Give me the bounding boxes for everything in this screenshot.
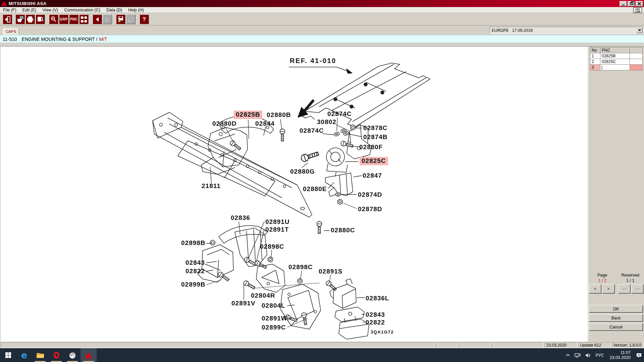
part-label[interactable]: 02891W bbox=[262, 315, 287, 322]
part-label[interactable]: 02878D bbox=[358, 206, 382, 213]
part-label[interactable]: 02804L bbox=[262, 302, 285, 309]
file-explorer-icon bbox=[36, 352, 44, 359]
part-label[interactable]: 02843 bbox=[366, 311, 385, 318]
col-header-reserved bbox=[630, 48, 643, 53]
reserved-value: 1 / 1 bbox=[616, 278, 644, 283]
tray-chevron-up-icon[interactable] bbox=[566, 354, 570, 357]
right-panel: No PNC 1 02825B 2 02825C 3 Page bbox=[588, 47, 644, 342]
cell-no: 1 bbox=[590, 53, 600, 59]
notification-center-icon[interactable] bbox=[636, 353, 642, 358]
pnc-table: No PNC 1 02825B 2 02825C 3 bbox=[590, 47, 643, 70]
action-buttons: OK Back Cancel bbox=[588, 305, 644, 332]
cell-reserved bbox=[630, 65, 643, 70]
part-label[interactable]: 21811 bbox=[202, 183, 221, 190]
status-update: Update 612 bbox=[579, 342, 611, 348]
part-label[interactable]: 02847 bbox=[363, 172, 382, 179]
tray-time: 11:07 bbox=[609, 350, 631, 355]
tray-language[interactable]: РУС bbox=[595, 353, 604, 358]
start-button[interactable] bbox=[0, 348, 16, 362]
part-label[interactable]: 02880E bbox=[303, 186, 327, 193]
part-label[interactable]: 02874C bbox=[327, 111, 352, 118]
pnc-input-cell[interactable] bbox=[600, 65, 630, 70]
page-value: 1 / 2 bbox=[588, 278, 616, 283]
windows-logo-icon bbox=[5, 352, 11, 358]
taskbar-file-explorer[interactable] bbox=[32, 348, 48, 362]
table-row-active[interactable]: 3 bbox=[590, 65, 643, 70]
part-label[interactable]: 02804R bbox=[251, 292, 275, 299]
taskbar-edge[interactable]: e bbox=[16, 348, 32, 362]
pager: Page Reserved 1 / 2 1 / 1 < > << >> bbox=[588, 273, 644, 294]
paint-icon bbox=[69, 352, 76, 359]
part-label[interactable]: 02891T bbox=[265, 226, 289, 233]
cancel-button[interactable]: Cancel bbox=[589, 323, 643, 331]
part-label[interactable]: 02880F bbox=[359, 144, 383, 151]
part-label[interactable]: 02891V bbox=[231, 300, 256, 307]
windows-taskbar: e bbox=[0, 348, 644, 362]
part-label[interactable]: 02843 bbox=[185, 259, 205, 266]
part-label[interactable]: 02874D bbox=[358, 191, 382, 198]
part-label[interactable]: 02878C bbox=[363, 125, 388, 132]
col-header-no: No bbox=[590, 48, 600, 53]
status-cell-empty bbox=[491, 342, 544, 348]
part-label[interactable]: REF. 41-010 bbox=[290, 57, 336, 64]
table-row[interactable]: 1 02825B bbox=[590, 53, 643, 59]
screen: MITSUBISHI ASA File (F) Edit (E) View (V… bbox=[0, 0, 644, 362]
text-caret bbox=[602, 66, 602, 70]
page-next-button[interactable]: > bbox=[602, 284, 614, 294]
part-label[interactable]: 02880B bbox=[267, 112, 291, 119]
cell-no: 2 bbox=[590, 59, 600, 65]
diagram-labels: REF. 41-01002825B02880B02880D0284402874C… bbox=[0, 0, 644, 349]
part-label[interactable]: 02898C bbox=[288, 264, 313, 271]
part-label[interactable]: 02880C bbox=[331, 227, 355, 234]
edge-icon: e bbox=[21, 351, 27, 360]
part-label[interactable]: 02898B bbox=[181, 240, 206, 247]
status-cell-empty bbox=[1, 342, 435, 348]
part-label[interactable]: 02836L bbox=[366, 295, 389, 302]
status-bar: 23.03.2020 Update 612 Version: 1.8.0.0 bbox=[0, 342, 644, 348]
tray-network-icon[interactable] bbox=[575, 353, 581, 358]
part-label[interactable]: 02899C bbox=[262, 324, 286, 331]
system-tray: РУС 11:07 23.03.2020 bbox=[564, 348, 644, 362]
part-label[interactable]: 02844 bbox=[255, 120, 275, 127]
page-label: Page bbox=[588, 273, 616, 278]
tray-date: 23.03.2020 bbox=[609, 355, 631, 360]
reserved-label: Reserved bbox=[616, 273, 644, 278]
ok-button[interactable]: OK bbox=[589, 305, 643, 313]
taskbar-opera[interactable] bbox=[48, 348, 64, 362]
part-label[interactable]: 02825C bbox=[360, 157, 388, 165]
part-label[interactable]: 02891U bbox=[265, 219, 290, 226]
col-header-pnc: PNC bbox=[600, 48, 630, 53]
tray-volume-icon[interactable] bbox=[585, 353, 591, 358]
part-label[interactable]: 3QA1G72 bbox=[371, 330, 394, 335]
part-label[interactable]: 02825B bbox=[234, 111, 262, 119]
status-cell-empty bbox=[436, 342, 458, 348]
part-label[interactable]: 30802 bbox=[317, 119, 336, 126]
status-cell-empty bbox=[459, 342, 490, 348]
part-label[interactable]: 02891S bbox=[319, 268, 343, 275]
part-label[interactable]: 02899B bbox=[181, 281, 206, 288]
back-button-panel[interactable]: Back bbox=[589, 314, 643, 322]
pnc-table-header-row: No PNC bbox=[590, 48, 643, 53]
page-prev-button[interactable]: < bbox=[589, 284, 601, 294]
mitsubishi-taskbar-icon bbox=[85, 352, 92, 359]
cell-reserved bbox=[630, 53, 643, 59]
part-label[interactable]: 02836 bbox=[231, 215, 250, 222]
cell-reserved bbox=[630, 59, 643, 65]
part-label[interactable]: 02880D bbox=[212, 120, 237, 127]
tray-clock[interactable]: 11:07 23.03.2020 bbox=[609, 350, 631, 360]
taskbar-paint[interactable] bbox=[64, 348, 80, 362]
part-label[interactable]: 02874C bbox=[300, 127, 324, 134]
cell-pnc[interactable]: 02825C bbox=[600, 59, 630, 65]
part-label[interactable]: 02822 bbox=[185, 268, 205, 275]
cell-pnc[interactable]: 02825B bbox=[600, 53, 630, 59]
opera-icon bbox=[54, 352, 59, 359]
part-label[interactable]: 02822 bbox=[366, 319, 385, 326]
cell-no: 3 bbox=[590, 65, 600, 70]
taskbar-mitsubishi-asa[interactable] bbox=[80, 348, 97, 362]
part-label[interactable]: 02880G bbox=[290, 168, 315, 175]
part-label[interactable]: 02898C bbox=[260, 243, 284, 250]
reserved-last-button: >> bbox=[631, 284, 644, 294]
table-row[interactable]: 2 02825C bbox=[590, 59, 643, 65]
part-label[interactable]: 02874B bbox=[363, 134, 388, 141]
reserved-first-button: << bbox=[618, 284, 630, 294]
